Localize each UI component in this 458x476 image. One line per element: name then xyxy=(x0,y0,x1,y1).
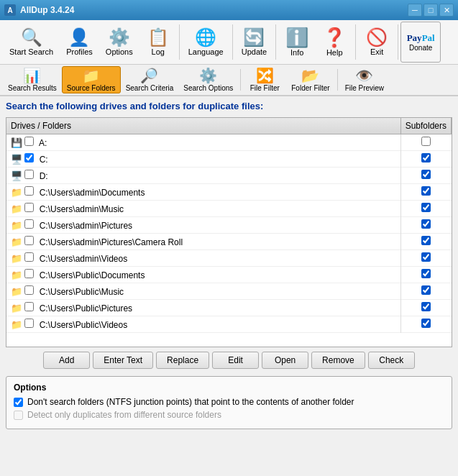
row-checkbox[interactable] xyxy=(24,186,34,196)
section-title: Search the following drives and folders … xyxy=(6,101,452,111)
diff-source-checkbox[interactable] xyxy=(14,411,23,420)
remove-button[interactable]: Remove xyxy=(311,352,365,369)
toolbar-language[interactable]: 🌐 Language xyxy=(182,22,230,63)
toolbar-profiles[interactable]: 👤 Profiles xyxy=(60,22,99,63)
subfolders-checkbox[interactable] xyxy=(421,137,431,146)
path-text: C:\Users\admin\Pictures xyxy=(40,221,132,231)
subfolders-checkbox[interactable] xyxy=(421,302,431,311)
table-row[interactable]: 🖥️ C: xyxy=(6,151,452,168)
toolbar-start-search-label: Start Search xyxy=(9,47,53,56)
toolbar-help[interactable]: ❓ Help xyxy=(316,22,353,63)
toolbar-update[interactable]: 🔄 Update xyxy=(235,22,273,63)
tab-file-preview[interactable]: 👁️ File Preview xyxy=(340,66,389,93)
subfolders-checkbox[interactable] xyxy=(421,186,431,196)
subfolders-checkbox[interactable] xyxy=(421,236,431,245)
row-checkbox[interactable] xyxy=(24,319,34,328)
drives-cell: 📁 C:\Users\admin\Pictures xyxy=(6,217,400,234)
table-row[interactable]: 📁 C:\Users\Public\Videos xyxy=(6,316,452,333)
hdd-icon: 🖥️ xyxy=(11,170,22,181)
tab-search-criteria-label: Search Criteria xyxy=(126,84,174,92)
folder-icon: 📁 xyxy=(11,286,22,297)
drives-cell: 📁 C:\Users\Public\Documents xyxy=(6,267,400,283)
drives-cell: 💾 A: xyxy=(6,134,400,151)
tab-source-folders[interactable]: 📁 Source Folders xyxy=(62,66,121,93)
folder-icon: 📁 xyxy=(11,220,22,231)
toolbar-start-search[interactable]: 🔍 Start Search xyxy=(3,22,60,63)
tab-search-criteria[interactable]: 🔎 Search Criteria xyxy=(121,66,179,93)
tab-search-results[interactable]: 📊 Search Results xyxy=(3,66,62,93)
table-row[interactable]: 📁 C:\Users\admin\Videos xyxy=(6,250,452,267)
row-checkbox[interactable] xyxy=(24,203,34,212)
folder-icon: 📁 xyxy=(11,203,22,214)
enter-text-button[interactable]: Enter Text xyxy=(93,352,153,369)
subfolders-checkbox[interactable] xyxy=(421,219,431,229)
row-checkbox[interactable] xyxy=(24,302,34,311)
path-text: C:\Users\admin\Videos xyxy=(40,254,128,264)
drives-cell: 🖥️ C: xyxy=(6,151,400,168)
subfolders-checkbox[interactable] xyxy=(421,285,431,295)
table-row[interactable]: 📁 C:\Users\admin\Documents xyxy=(6,184,452,201)
table-row[interactable]: 🖥️ D: xyxy=(6,168,452,184)
file-preview-icon: 👁️ xyxy=(355,68,373,83)
path-text: A: xyxy=(39,138,47,148)
subfolders-checkbox[interactable] xyxy=(421,252,431,262)
drives-cell: 📁 C:\Users\admin\Documents xyxy=(6,184,400,201)
tab-search-options[interactable]: ⚙️ Search Options xyxy=(178,66,238,93)
row-checkbox[interactable] xyxy=(24,285,34,295)
check-button[interactable]: Check xyxy=(368,352,415,369)
search-results-icon: 📊 xyxy=(23,68,41,83)
subfolders-checkbox[interactable] xyxy=(421,153,431,163)
edit-button[interactable]: Edit xyxy=(212,352,259,369)
hdd-icon: 🖥️ xyxy=(11,154,22,165)
col-subfolders-header: Subfolders xyxy=(400,118,451,134)
toolbar-info[interactable]: ℹ️ Info xyxy=(278,22,316,63)
table-row[interactable]: 💾 A: xyxy=(6,134,452,151)
toolbar-exit[interactable]: 🚫 Exit xyxy=(358,22,395,63)
maximize-button[interactable]: □ xyxy=(423,4,438,17)
table-row[interactable]: 📁 C:\Users\Public\Pictures xyxy=(6,300,452,316)
row-checkbox[interactable] xyxy=(24,236,34,245)
exit-icon: 🚫 xyxy=(366,29,388,46)
option-row: Detect only duplicates from different so… xyxy=(14,410,444,420)
toolbar-second: 📊 Search Results 📁 Source Folders 🔎 Sear… xyxy=(0,65,458,96)
row-checkbox[interactable] xyxy=(24,252,34,262)
table-row[interactable]: 📁 C:\Users\admin\Pictures\Camera Roll xyxy=(6,234,452,250)
path-text: C: xyxy=(40,155,48,165)
close-button[interactable]: ✕ xyxy=(439,4,454,17)
subfolders-cell xyxy=(400,267,451,283)
row-checkbox[interactable] xyxy=(24,137,34,146)
row-checkbox[interactable] xyxy=(24,153,34,163)
tab-file-preview-label: File Preview xyxy=(345,84,384,92)
subfolders-checkbox[interactable] xyxy=(421,319,431,328)
tab-folder-filter[interactable]: 📂 Folder Filter xyxy=(286,66,334,93)
subfolders-checkbox[interactable] xyxy=(421,269,431,278)
toolbar-log[interactable]: 📋 Log xyxy=(139,22,177,63)
toolbar-donate[interactable]: PayPal Donate xyxy=(400,22,441,63)
subfolders-checkbox[interactable] xyxy=(421,203,431,212)
row-checkbox[interactable] xyxy=(24,269,34,278)
folders-table-container[interactable]: Drives / Folders Subfolders 💾 A:🖥️ C:🖥️ … xyxy=(6,117,452,347)
table-row[interactable]: 📁 C:\Users\Public\Documents xyxy=(6,267,452,283)
drives-cell: 📁 C:\Users\Public\Videos xyxy=(6,316,400,333)
language-icon: 🌐 xyxy=(195,29,216,46)
open-button[interactable]: Open xyxy=(262,352,308,369)
subfolders-cell xyxy=(400,217,451,234)
table-row[interactable]: 📁 C:\Users\Public\Music xyxy=(6,283,452,300)
toolbar-options[interactable]: ⚙️ Options xyxy=(99,22,139,63)
path-text: C:\Users\admin\Documents xyxy=(40,188,145,198)
folder-icon: 📁 xyxy=(11,187,22,198)
options-items: Don't search folders (NTFS junction poin… xyxy=(14,397,444,420)
folder-icon: 📁 xyxy=(11,319,22,330)
row-checkbox[interactable] xyxy=(24,170,34,179)
row-checkbox[interactable] xyxy=(24,219,34,229)
table-row[interactable]: 📁 C:\Users\admin\Pictures xyxy=(6,217,452,234)
replace-button[interactable]: Replace xyxy=(156,352,209,369)
minimize-button[interactable]: ─ xyxy=(408,4,422,17)
subfolders-checkbox[interactable] xyxy=(421,170,431,179)
tab-file-filter[interactable]: 🔀 File Filter xyxy=(243,66,286,93)
add-button[interactable]: Add xyxy=(43,352,90,369)
no-junction-checkbox[interactable] xyxy=(14,398,23,407)
source-folders-icon: 📁 xyxy=(82,68,100,83)
drives-cell: 📁 C:\Users\admin\Videos xyxy=(6,250,400,267)
table-row[interactable]: 📁 C:\Users\admin\Music xyxy=(6,201,452,217)
